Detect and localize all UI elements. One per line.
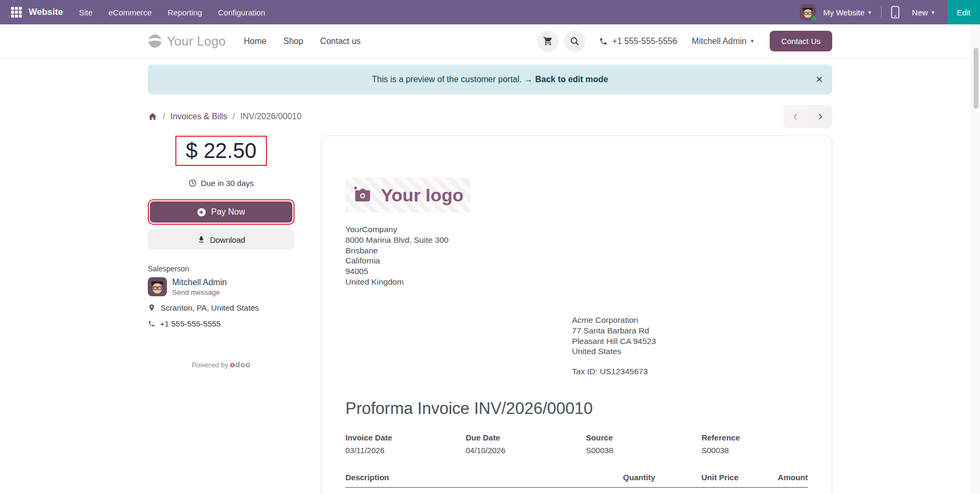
header-unit-price: Unit Price xyxy=(655,473,738,482)
chevron-left-icon xyxy=(792,113,799,120)
invoice-document: Your logo YourCompany 8000 Marina Blvd, … xyxy=(321,136,832,494)
company-name: YourCompany xyxy=(345,224,808,235)
menu-site[interactable]: Site xyxy=(79,8,93,17)
banner-text: This is a preview of the customer portal… xyxy=(372,75,522,84)
nav-link-shop[interactable]: Shop xyxy=(283,37,303,46)
user-account-dropdown[interactable]: Mitchell Admin ▾ xyxy=(692,37,754,46)
back-to-edit-label: Back to edit mode xyxy=(535,75,608,84)
menu-ecommerce[interactable]: eCommerce xyxy=(109,8,152,17)
invoice-line-table: Description Quantity Unit Price Amount [… xyxy=(345,473,808,494)
home-icon[interactable] xyxy=(148,112,157,121)
customer-country: United States xyxy=(572,346,808,357)
customer-city: Pleasant Hill CA 94523 xyxy=(572,336,808,347)
app-name[interactable]: Website xyxy=(29,7,63,17)
salesperson-phone[interactable]: +1 555-555-5555 xyxy=(160,319,221,328)
back-to-edit-link[interactable]: → Back to edit mode xyxy=(524,75,608,84)
location-pin-icon xyxy=(148,304,156,312)
close-icon[interactable]: × xyxy=(816,74,823,85)
prev-document-button[interactable] xyxy=(783,105,808,128)
download-button[interactable]: Download xyxy=(148,230,295,250)
topbar-divider xyxy=(881,6,881,18)
website-switcher[interactable]: My Website ▾ xyxy=(823,8,871,17)
breadcrumb-separator: / xyxy=(163,112,165,121)
due-date-value: 04/10/2026 xyxy=(466,446,586,455)
invoice-title: Proforma Invoice INV/2026/00010 xyxy=(345,399,808,418)
chevron-down-icon: ▾ xyxy=(751,38,754,45)
site-logo[interactable]: Your Logo xyxy=(148,34,226,49)
download-icon xyxy=(197,235,206,244)
invoice-sidebar: $ 22.50 Due in 30 days Pay Now Download … xyxy=(148,136,295,369)
edit-button[interactable]: Edit xyxy=(947,0,980,24)
customer-name: Acme Corporation xyxy=(572,315,808,325)
portal-preview-banner: This is a preview of the customer portal… xyxy=(148,65,832,94)
cart-icon xyxy=(543,36,553,46)
header-amount: Amount xyxy=(738,473,808,482)
customer-address: Acme Corporation 77 Santa Barbara Rd Ple… xyxy=(572,315,808,377)
salesperson-avatar xyxy=(148,277,167,296)
pay-now-label: Pay Now xyxy=(211,207,245,217)
download-label: Download xyxy=(210,235,245,244)
breadcrumb: / Invoices & Bills / INV/2026/00010 xyxy=(148,112,301,121)
salesperson-name: Mitchell Admin xyxy=(172,278,227,287)
customer-street: 77 Santa Barbara Rd xyxy=(572,325,808,336)
document-pager xyxy=(783,105,832,128)
nav-link-contact-us[interactable]: Contact us xyxy=(320,37,360,46)
company-zip: 94005 xyxy=(345,266,808,277)
header-description: Description xyxy=(345,473,567,482)
breadcrumb-invoices-link[interactable]: Invoices & Bills xyxy=(170,112,227,121)
menu-configuration[interactable]: Configuration xyxy=(218,8,265,17)
online-status-dot xyxy=(811,15,817,22)
reference-label: Reference xyxy=(701,433,808,442)
menu-reporting[interactable]: Reporting xyxy=(167,8,202,17)
clock-icon xyxy=(189,179,197,187)
odoo-logo-accent: o xyxy=(230,360,235,369)
invoice-logo-text: Your logo xyxy=(381,185,464,206)
nav-link-home[interactable]: Home xyxy=(244,37,266,46)
new-content-dropdown[interactable]: New ▾ xyxy=(912,8,935,17)
website-switcher-label: My Website xyxy=(823,8,865,17)
breadcrumb-separator: / xyxy=(233,112,235,121)
phone-icon xyxy=(599,37,608,46)
arrow-circle-right-icon xyxy=(197,208,206,217)
table-row: [FURN_8900] Drawer Black 1.00 22.50 $ 22… xyxy=(345,488,808,494)
phone-icon xyxy=(148,320,155,328)
pay-now-button[interactable]: Pay Now xyxy=(150,201,292,223)
amount-due: $ 22.50 xyxy=(175,136,267,166)
company-address: YourCompany 8000 Marina Blvd, Suite 300 … xyxy=(345,224,808,287)
due-date-text: Due in 30 days xyxy=(201,179,254,188)
company-state: California xyxy=(345,255,808,266)
invoice-logo-placeholder: Your logo xyxy=(345,178,470,213)
invoice-date-value: 03/11/2026 xyxy=(345,446,466,455)
chevron-right-icon xyxy=(816,113,824,120)
mobile-preview-icon[interactable] xyxy=(891,6,899,19)
source-value: S00038 xyxy=(586,446,701,455)
navbar-phone[interactable]: +1 555-555-5556 xyxy=(599,37,677,46)
arrow-right-icon: → xyxy=(524,75,533,84)
company-city: Brisbane xyxy=(345,245,808,256)
salesperson-location: Scranton, PA, United States xyxy=(161,303,259,312)
site-logo-text: Your Logo xyxy=(167,34,226,49)
reference-value: S00038 xyxy=(701,446,808,455)
next-document-button[interactable] xyxy=(808,105,832,128)
cart-button[interactable] xyxy=(538,31,559,52)
table-header-row: Description Quantity Unit Price Amount xyxy=(345,473,808,488)
scrollbar-thumb[interactable] xyxy=(974,48,978,109)
company-country: United Kingdom xyxy=(345,277,808,287)
source-label: Source xyxy=(586,433,701,442)
chevron-down-icon: ▾ xyxy=(932,9,935,16)
customer-tax-id: Tax ID: US12345673 xyxy=(572,366,808,377)
new-content-label: New xyxy=(912,8,928,17)
invoice-meta: Invoice Date03/11/2026 Due Date04/10/202… xyxy=(345,433,808,455)
logo-sphere-icon xyxy=(148,34,162,48)
chevron-down-icon: ▾ xyxy=(868,9,871,16)
apps-grid-icon[interactable] xyxy=(11,6,22,18)
odoo-logo[interactable]: odoo xyxy=(230,360,251,369)
pay-now-highlight: Pay Now xyxy=(148,199,295,225)
contact-us-button[interactable]: Contact Us xyxy=(770,31,832,51)
user-avatar[interactable] xyxy=(800,4,816,20)
search-button[interactable] xyxy=(564,31,585,52)
site-navbar: Your Logo Home Shop Contact us +1 555-55… xyxy=(0,24,980,58)
header-quantity: Quantity xyxy=(567,473,655,482)
send-message-link[interactable]: Send message xyxy=(172,288,227,296)
powered-by-label: Powered by xyxy=(192,361,230,369)
